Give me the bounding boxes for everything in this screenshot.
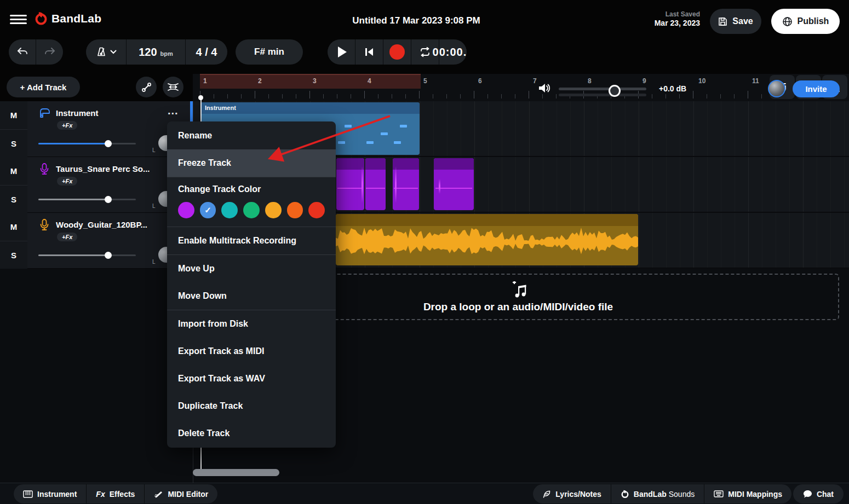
undo-button[interactable] (9, 39, 36, 65)
audio-clip-guitar[interactable] (336, 214, 638, 265)
microphone-icon (38, 163, 50, 176)
solo-button[interactable]: S (0, 241, 27, 269)
bar-number: 2 (258, 77, 262, 85)
color-swatch-teal[interactable] (221, 202, 238, 218)
track-header-taurus-snare[interactable]: M S Taurus_Snare Perc So... +Fx ... L (0, 157, 193, 213)
mute-button[interactable]: M (0, 213, 27, 241)
save-button[interactable]: Save (710, 9, 761, 34)
menu-item-multitrack-recording[interactable]: Enable Multitrack Recording (167, 227, 336, 254)
playhead-handle[interactable] (198, 95, 203, 100)
rewind-button[interactable] (355, 39, 383, 65)
last-saved-label: Last Saved (655, 10, 700, 19)
bandlab-logo[interactable]: BandLab (34, 11, 101, 26)
publish-button[interactable]: Publish (771, 9, 840, 34)
track-volume-slider[interactable] (38, 142, 136, 146)
color-swatch-yellow[interactable] (265, 202, 282, 218)
track-volume-handle[interactable] (105, 252, 112, 259)
collapse-tracks-button[interactable] (163, 77, 183, 97)
track-header-instrument[interactable]: M S Instrument +Fx ... L (0, 101, 193, 157)
globe-icon (782, 16, 793, 27)
menu-item-rename[interactable]: Rename (167, 122, 336, 149)
time-signature-button[interactable]: 4 / 4 (186, 39, 227, 65)
key-button[interactable]: F# min (236, 39, 303, 65)
fx-badge[interactable]: +Fx (57, 121, 77, 130)
bpm-button[interactable]: 120 bpm (127, 39, 185, 65)
track-name[interactable]: Instrument (56, 108, 99, 118)
menu-item-delete-track[interactable]: Delete Track (167, 420, 336, 447)
tempo-group: 120 bpm 4 / 4 (86, 39, 227, 65)
bar-number: 10 (698, 77, 705, 85)
chat-button[interactable]: Chat (793, 484, 844, 503)
tab-instrument-label: Instrument (37, 490, 77, 499)
bpm-value: 120 (139, 46, 157, 59)
toolbar: 120 bpm 4 / 4 F# min 00:00.0 (0, 37, 849, 74)
fx-badge[interactable]: +Fx (57, 177, 77, 186)
menu-icon[interactable] (10, 15, 27, 24)
audio-clip-snare-1[interactable] (336, 158, 364, 210)
track-volume-handle[interactable] (105, 196, 112, 203)
menu-item-move-down[interactable]: Move Down (167, 282, 336, 310)
volume-track-lower (559, 94, 646, 96)
metronome-button[interactable] (86, 39, 126, 65)
tab-bandlab-sounds-label: BandLab (634, 490, 667, 499)
color-swatch-blue-selected[interactable]: ✓ (200, 202, 216, 218)
track-volume-slider[interactable] (38, 253, 136, 257)
color-swatch-green[interactable] (243, 202, 260, 218)
menu-item-duplicate-track[interactable]: Duplicate Track (167, 392, 336, 420)
project-title[interactable]: Untitled 17 Mar 2023 9:08 PM (352, 15, 480, 26)
menu-item-import-from-disk[interactable]: Import from Disk (167, 310, 336, 338)
mute-button[interactable]: M (0, 157, 27, 185)
chat-label: Chat (817, 490, 834, 499)
audio-clip-snare-3[interactable] (393, 158, 419, 210)
audio-clip-snare-2[interactable] (365, 158, 386, 210)
record-button[interactable] (383, 39, 411, 65)
automation-button[interactable] (136, 77, 157, 97)
loop-region[interactable] (200, 74, 421, 89)
tab-midi-editor-label: MIDI Editor (168, 490, 208, 499)
tab-bandlab-sounds[interactable]: BandLab Sounds (611, 484, 704, 503)
chat-bubble-icon (803, 490, 812, 499)
fx-icon: Fx (96, 490, 105, 499)
bar-number: 1 (203, 77, 207, 85)
fx-badge[interactable]: +Fx (57, 233, 77, 241)
keyboard-icon (23, 490, 33, 498)
solo-button[interactable]: S (0, 129, 27, 157)
menu-item-freeze-track[interactable]: Freeze Track (167, 149, 336, 177)
add-track-button[interactable]: + Add Track (7, 77, 80, 97)
audio-clip-snare-4[interactable] (434, 158, 474, 210)
color-swatch-orange[interactable] (287, 202, 303, 218)
menu-item-move-up[interactable]: Move Up (167, 255, 336, 282)
tab-effects-label: Effects (110, 490, 135, 499)
play-button[interactable] (328, 39, 355, 65)
track-volume-slider[interactable] (38, 198, 136, 201)
master-volume-slider[interactable] (559, 87, 646, 98)
track-volume-handle[interactable] (105, 140, 112, 147)
invite-button[interactable]: Invite (793, 80, 840, 97)
tab-midi-editor[interactable]: MIDI Editor (145, 484, 217, 503)
menu-item-export-wav[interactable]: Export Track as WAV (167, 365, 336, 392)
tab-effects[interactable]: Fx Effects (87, 484, 144, 503)
tab-lyrics-notes[interactable]: Lyrics/Notes (533, 484, 611, 503)
avatar[interactable] (768, 80, 785, 97)
last-saved-date: Mar 23, 2023 (655, 19, 700, 28)
track-list-header: + Add Track (0, 74, 193, 101)
track-name[interactable]: Taurus_Snare Perc So... (56, 164, 150, 173)
track-header-woody-guitar[interactable]: M S Woody_Guitar_120BP... +Fx ... L (0, 213, 193, 269)
master-volume-icon[interactable] (537, 82, 552, 95)
menu-item-export-midi[interactable]: Export Track as MIDI (167, 338, 336, 365)
volume-handle[interactable] (609, 85, 621, 97)
mute-button[interactable]: M (0, 101, 27, 129)
timeline-ruler[interactable]: 1 2 3 4 5 6 7 8 9 10 11 (193, 74, 849, 101)
track-more-button[interactable]: ... (168, 105, 179, 117)
redo-button[interactable] (36, 39, 63, 65)
tab-instrument[interactable]: Instrument (14, 484, 86, 503)
bandlab-flame-icon (34, 11, 48, 26)
color-swatch-red[interactable] (308, 202, 325, 218)
horizontal-scrollbar[interactable] (193, 469, 279, 476)
tab-midi-mappings[interactable]: MIDI Mappings (704, 484, 791, 503)
solo-button[interactable]: S (0, 185, 27, 213)
time-display[interactable]: 00:00.0 (439, 39, 467, 65)
editor-tabs-group: Instrument Fx Effects MIDI Editor (14, 484, 217, 503)
track-name[interactable]: Woody_Guitar_120BP... (56, 220, 147, 229)
color-swatch-purple[interactable] (178, 202, 194, 218)
